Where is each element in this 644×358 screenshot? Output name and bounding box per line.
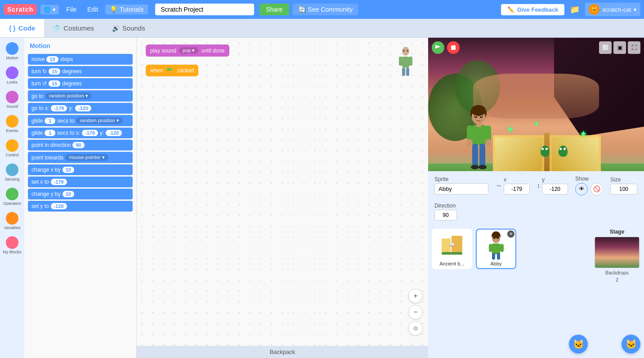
sidebar-item-events[interactable]: Events [0,112,24,136]
block-point-direction[interactable]: point in direction 90 [28,140,133,150]
user-menu[interactable]: 🐱 scratch-cat ▾ [585,3,640,16]
sprite-name-input[interactable] [434,183,488,194]
block-goto-dropdown[interactable]: random position ▾ [45,93,92,99]
green-flag-button[interactable] [432,41,444,54]
code-area: play sound pop ▾ until done when clicked [137,38,428,358]
tab-costumes-label: Costumes [63,24,94,32]
sidebar-item-control[interactable]: Control [0,137,24,160]
tab-code[interactable]: { } Code [0,19,44,37]
block-move-steps[interactable]: move 10 steps [28,54,133,65]
block-point-towards[interactable]: point towards mouse-pointer ▾ [28,152,133,163]
svg-rect-4 [402,68,405,76]
block-change-y[interactable]: change y by 10 [28,189,133,199]
operators-circle [6,188,18,200]
pencil-icon: ✏️ [507,6,514,13]
give-feedback-button[interactable]: ✏️ Give Feedback [501,4,565,15]
small-stage-button[interactable]: ⬜ [599,41,612,54]
sidebar-item-variables[interactable]: Variables [0,209,24,233]
sidebar-item-myblocks[interactable]: My Blocks [0,234,24,257]
svg-point-32 [492,232,500,238]
show-hidden-button[interactable]: 🚫 [590,183,603,195]
svg-point-33 [493,237,495,239]
block-changey-value[interactable]: 10 [63,191,74,197]
block-turn-cw[interactable]: turn ↻ 15 degrees [28,66,133,77]
motion-circle [6,42,18,55]
block-turnccw-value[interactable]: 15 [49,80,60,87]
sprite-close-button[interactable]: ✕ [507,230,514,238]
block-glide-xy[interactable]: glide 1 secs to x: -179 y: -120 [28,128,133,138]
block-sety-value[interactable]: -120 [51,203,67,209]
block-turn-ccw[interactable]: turn ↺ 15 degrees [28,78,133,89]
language-button[interactable]: 🌐 ▾ [40,5,59,14]
block-changex-label: change x by [31,167,61,173]
block-glide2-secs[interactable]: 1 [45,130,55,136]
play-sound-sound[interactable]: pop ▾ [179,47,198,54]
sprite-thumb-abby[interactable]: ✕ [476,229,516,269]
zoom-out-button[interactable]: − [408,305,423,319]
block-gotoxy-y[interactable]: -120 [75,105,91,111]
svg-rect-17 [476,124,482,127]
add-backdrop-button[interactable]: 🐱 [622,335,640,354]
block-gotoxy[interactable]: go to x: -179 y: -120 [28,103,133,114]
block-change-x[interactable]: change x by 10 [28,164,133,175]
block-glide-random[interactable]: glide 1 secs to random position ▾ [28,115,133,126]
project-name-input[interactable] [155,4,254,15]
zoom-controls: + − ⊙ [408,289,423,336]
see-community-label: See Community [308,6,353,13]
sidebar-item-sensing[interactable]: Sensing [0,161,24,184]
zoom-in-button[interactable]: + [408,289,423,303]
block-set-y[interactable]: set y to -120 [28,201,133,212]
stage-sprite-abby [464,104,493,171]
block-set-x[interactable]: set x to -179 [28,177,133,187]
block-gotoxy-x[interactable]: -179 [51,105,67,111]
folder-button[interactable]: 📁 [568,3,581,16]
size-input[interactable] [610,184,637,194]
share-button[interactable]: Share [259,4,289,15]
fullscreen-button[interactable]: ⛶ [628,41,640,54]
red-stop-button[interactable] [447,41,460,54]
block-glide2-x[interactable]: -179 [82,130,98,136]
stage-background: ✦ ✦ ✦ [428,38,644,171]
add-sprite-button[interactable]: 🐱 [569,335,588,354]
y-input[interactable] [542,184,568,194]
y-axis-icon: ↕ [537,182,540,189]
block-glide2-y[interactable]: -120 [106,130,122,136]
stage-mini-thumbnail[interactable] [595,237,640,268]
sidebar-item-looks[interactable]: Looks [0,64,24,87]
show-visible-button[interactable]: 👁 [575,183,588,195]
code-block-when-flag[interactable]: when clicked [146,65,198,76]
block-move-value[interactable]: 10 [46,56,58,62]
block-glide1-value[interactable]: 1 [45,118,55,124]
tutorials-button[interactable]: 💡 Tutorials [105,4,148,14]
large-stage-button[interactable]: ▣ [613,41,626,54]
edit-menu[interactable]: Edit [84,4,102,14]
sidebar-item-operators[interactable]: Operators [0,185,24,208]
backpack-bar[interactable]: Backpack [137,346,428,358]
sprite-thumb-ancient[interactable]: 📖 Ancient b... [432,229,472,269]
file-menu[interactable]: File [63,4,80,14]
tab-sounds[interactable]: 🔊 Sounds [103,19,154,37]
block-changex-value[interactable]: 10 [63,167,74,173]
tutorials-label: Tutorials [120,6,143,13]
x-input[interactable] [504,184,530,194]
code-block-play-sound[interactable]: play sound pop ▾ until done [146,44,229,57]
direction-input[interactable] [434,210,457,221]
sidebar-item-motion[interactable]: Motion [0,40,24,63]
block-setx-value[interactable]: -179 [51,179,67,185]
block-pointdir-value[interactable]: 90 [72,142,84,148]
looks-circle [6,66,18,79]
looks-label: Looks [7,80,18,84]
block-turncw-value[interactable]: 15 [49,68,60,75]
tab-costumes[interactable]: 👕 Costumes [44,19,103,37]
see-community-button[interactable]: 🔄 See Community [293,4,358,15]
sidebar-item-sound[interactable]: Sound [0,88,24,111]
backdrops-label: Backdrops [605,270,629,275]
scratch-logo[interactable]: Scratch [4,4,37,15]
block-pointtowards-dropdown[interactable]: mouse-pointer ▾ [65,154,108,161]
sound-circle [6,91,18,103]
block-glide1-dropdown[interactable]: random position ▾ [76,117,122,124]
block-glide2-mid: secs to x: [57,130,80,136]
zoom-reset-button[interactable]: ⊙ [408,321,423,336]
block-goto[interactable]: go to random position ▾ [28,90,133,102]
y-coord-group: ↕ y [537,177,568,194]
